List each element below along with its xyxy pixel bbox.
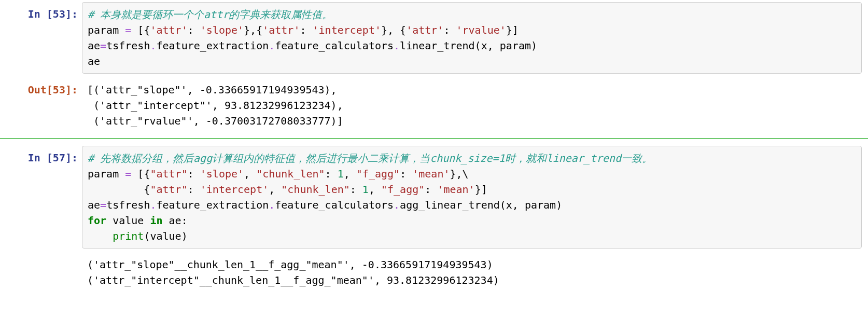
output-area: ('attr_"slope"__chunk_len_1__f_agg_"mean…: [82, 253, 868, 292]
cell-divider: [0, 138, 868, 139]
code-token: feature_calculators: [275, 199, 394, 211]
code-token: {: [88, 183, 150, 196]
code-token: "f_agg": [381, 183, 425, 196]
code-token: 1: [362, 183, 369, 196]
code-token: linear_trend(x, param): [400, 39, 537, 52]
code-line[interactable]: param = [{'attr': 'slope'},{'attr': 'int…: [88, 22, 856, 38]
output-area: [('attr_"slope"', -0.33665917194939543),…: [82, 78, 868, 133]
code-token: },\: [450, 168, 468, 180]
output-line: ('attr_"intercept"', 93.81232996123234),: [87, 98, 863, 113]
code-line[interactable]: ae=tsfresh.feature_extraction.feature_ca…: [88, 38, 856, 53]
code-token: .: [269, 39, 275, 52]
code-token: ,: [244, 168, 256, 180]
code-token: :: [300, 24, 312, 36]
code-token: 'slope': [200, 168, 244, 180]
code-line[interactable]: {"attr": 'intercept', "chunk_len": 1, "f…: [88, 182, 856, 197]
code-token: :: [425, 183, 437, 196]
code-token: [88, 230, 113, 242]
output-line: [('attr_"slope"', -0.33665917194939543),: [87, 82, 863, 98]
code-line[interactable]: print(value): [88, 228, 856, 244]
output-line: ('attr_"intercept"__chunk_len_1__f_agg_"…: [87, 272, 863, 288]
code-token: feature_extraction: [156, 199, 269, 211]
code-token: :: [400, 168, 412, 180]
code-line[interactable]: for value in ae:: [88, 213, 856, 228]
input-cell: In [57]:# 先将数据分组，然后agg计算组内的特征值，然后进行最小二乘计…: [0, 144, 868, 251]
code-input-area[interactable]: # 本身就是要循环一个个attr的字典来获取属性值。param = [{'att…: [82, 2, 862, 74]
code-token: value: [106, 214, 150, 227]
code-token: :: [188, 168, 200, 180]
code-line[interactable]: # 先将数据分组，然后agg计算组内的特征值，然后进行最小二乘计算，当chunk…: [88, 150, 856, 166]
code-token: =: [100, 39, 106, 52]
input-prompt: In [53]:: [0, 2, 82, 22]
code-token: ,: [369, 183, 381, 196]
code-token: "chunk_len": [281, 183, 349, 196]
input-prompt: In [57]:: [0, 146, 82, 166]
code-token: .: [394, 199, 400, 211]
code-token: in: [150, 214, 162, 227]
output-line: ('attr_"rvalue"', -0.37003172708033777)]: [87, 113, 863, 129]
code-token: .: [150, 199, 156, 211]
output-cell: ('attr_"slope"__chunk_len_1__f_agg_"mean…: [0, 251, 868, 294]
code-line[interactable]: # 本身就是要循环一个个attr的字典来获取属性值。: [88, 7, 856, 22]
code-token: .: [150, 39, 156, 52]
code-token: 'attr': [150, 24, 187, 36]
code-token: tsfresh: [106, 39, 150, 52]
code-token: [{: [131, 24, 150, 36]
code-token: ,: [344, 168, 356, 180]
code-token: param: [88, 24, 125, 36]
code-token: 'intercept': [200, 183, 269, 196]
output-line: ('attr_"slope"__chunk_len_1__f_agg_"mean…: [87, 257, 863, 272]
code-token: ae: [88, 199, 100, 211]
input-cell: In [53]:# 本身就是要循环一个个attr的字典来获取属性值。param …: [0, 0, 868, 76]
code-token: ae: [88, 55, 100, 67]
code-token: 'slope': [200, 24, 244, 36]
code-token: :: [350, 183, 362, 196]
code-token: 'intercept': [313, 24, 381, 36]
code-token: :: [443, 24, 456, 36]
code-token: (value): [144, 230, 187, 242]
code-token: feature_calculators: [275, 39, 394, 52]
code-token: ae: [88, 39, 100, 52]
code-line[interactable]: ae=tsfresh.feature_extraction.feature_ca…: [88, 197, 856, 213]
code-line[interactable]: param = [{"attr": 'slope', "chunk_len": …: [88, 166, 856, 182]
code-token: "attr": [150, 168, 187, 180]
code-token: print: [113, 230, 144, 242]
code-token: ae:: [163, 214, 188, 227]
output-prompt: Out[53]:: [0, 78, 82, 98]
code-token: :: [188, 24, 200, 36]
code-token: .: [394, 39, 400, 52]
code-token: :: [325, 168, 338, 180]
code-token: "attr": [150, 183, 187, 196]
code-token: 'mean': [412, 168, 450, 180]
code-token: for: [88, 214, 106, 227]
code-token: feature_extraction: [156, 39, 269, 52]
output-prompt: [0, 253, 82, 257]
code-line[interactable]: ae: [88, 53, 856, 69]
code-input-area[interactable]: # 先将数据分组，然后agg计算组内的特征值，然后进行最小二乘计算，当chunk…: [82, 146, 862, 249]
code-token: ,: [269, 183, 281, 196]
code-token: }, {: [381, 24, 406, 36]
code-token: :: [188, 183, 200, 196]
code-token: 'rvalue': [456, 24, 506, 36]
code-token: }]: [506, 24, 519, 36]
code-token: tsfresh: [106, 199, 150, 211]
code-token: # 先将数据分组，然后agg计算组内的特征值，然后进行最小二乘计算，当chunk…: [88, 152, 652, 164]
code-token: 1: [338, 168, 344, 180]
code-token: =: [100, 199, 106, 211]
code-token: =: [125, 24, 131, 36]
code-token: 'attr': [406, 24, 443, 36]
code-token: param: [88, 168, 125, 180]
notebook-root: In [53]:# 本身就是要循环一个个attr的字典来获取属性值。param …: [0, 0, 868, 294]
code-token: "chunk_len": [256, 168, 325, 180]
code-token: "f_agg": [356, 168, 400, 180]
output-cell: Out[53]:[('attr_"slope"', -0.33665917194…: [0, 76, 868, 135]
code-token: }]: [475, 183, 487, 196]
code-token: =: [125, 168, 131, 180]
code-token: 'mean': [437, 183, 474, 196]
code-token: agg_linear_trend(x, param): [400, 199, 562, 211]
code-token: 'attr': [262, 24, 300, 36]
code-token: # 本身就是要循环一个个attr的字典来获取属性值。: [88, 8, 332, 21]
code-token: },{: [244, 24, 262, 36]
code-token: .: [269, 199, 275, 211]
code-token: [{: [131, 168, 150, 180]
